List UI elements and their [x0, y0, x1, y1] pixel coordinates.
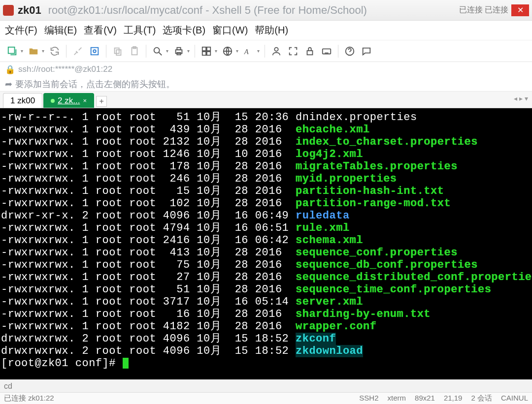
- window-buttons: ✕: [510, 4, 529, 16]
- menu-tab[interactable]: 选项卡(B): [163, 24, 205, 37]
- status-sessions: 2 会话: [471, 394, 492, 403]
- svg-point-2: [93, 50, 96, 53]
- lock-button[interactable]: [302, 44, 317, 59]
- menu-help[interactable]: 帮助(H): [255, 24, 288, 37]
- tab-label: 1 zk00: [10, 96, 35, 106]
- tab-zk00[interactable]: 1 zk00: [3, 93, 42, 108]
- properties-button[interactable]: [87, 44, 102, 59]
- dropdown-icon[interactable]: ▾: [236, 48, 238, 54]
- fullscreen-button[interactable]: [286, 44, 300, 59]
- status-term: xterm: [388, 394, 406, 403]
- svg-rect-18: [307, 51, 313, 55]
- toolbar: ▾ ▾ ▾ ▾ ▾ ▾ A▾: [0, 40, 532, 62]
- menu-bar: 文件(F) 编辑(E) 查看(V) 工具(T) 选项卡(B) 窗口(W) 帮助(…: [0, 21, 532, 40]
- tab-nav-icons[interactable]: ◂ ▸ ▾: [514, 94, 528, 102]
- svg-rect-9: [177, 47, 180, 50]
- print-button[interactable]: [171, 44, 186, 59]
- status-connection: 已连接 zk01:22: [4, 394, 54, 403]
- paste-button[interactable]: [127, 44, 142, 59]
- session-tabs: 1 zk00 2 zk... × + ◂ ▸ ▾: [0, 92, 532, 108]
- connection-status-text: 已连接 已连接: [459, 5, 508, 15]
- command-text: cd: [4, 382, 12, 391]
- user-button[interactable]: [269, 44, 284, 59]
- command-input-bar[interactable]: cd: [0, 379, 532, 392]
- dropdown-icon[interactable]: ▾: [215, 48, 217, 54]
- dropdown-icon[interactable]: ▾: [187, 48, 190, 54]
- svg-rect-0: [8, 47, 15, 53]
- window-title: root@zk01:/usr/local/mycat/conf - Xshell…: [48, 4, 459, 17]
- svg-text:A: A: [244, 47, 249, 55]
- globe-button[interactable]: [220, 44, 235, 59]
- title-bar: zk01 root@zk01:/usr/local/mycat/conf - X…: [0, 0, 532, 21]
- keyboard-button[interactable]: [319, 44, 334, 59]
- status-caps: CAINUL: [501, 394, 528, 403]
- tab-close-icon[interactable]: ×: [83, 97, 87, 104]
- svg-rect-12: [207, 47, 210, 50]
- svg-point-7: [154, 47, 160, 53]
- tile-button[interactable]: [199, 44, 214, 59]
- address-text[interactable]: ssh://root:******@zk01:22: [18, 64, 112, 74]
- search-button[interactable]: [150, 44, 165, 59]
- status-dot-icon: [51, 99, 55, 103]
- menu-window[interactable]: 窗口(W): [212, 24, 248, 37]
- address-bar: 🔒 ssh://root:******@zk01:22: [0, 62, 532, 77]
- lock-icon: 🔒: [5, 64, 15, 75]
- dropdown-icon[interactable]: ▾: [42, 48, 44, 54]
- reconnect-button[interactable]: [47, 44, 62, 59]
- copy-button[interactable]: [110, 44, 125, 59]
- svg-rect-1: [91, 47, 99, 55]
- arrow-icon: ➦: [5, 79, 12, 90]
- app-icon: [3, 5, 14, 16]
- status-bar: 已连接 zk01:22 SSH2 xterm 89x21 21,19 2 会话 …: [0, 392, 532, 404]
- status-protocol: SSH2: [359, 394, 378, 403]
- tab-zk01[interactable]: 2 zk... ×: [43, 93, 94, 108]
- open-button[interactable]: [26, 44, 41, 59]
- link-button[interactable]: [70, 44, 85, 59]
- svg-rect-14: [207, 51, 210, 55]
- dropdown-icon[interactable]: ▾: [21, 48, 23, 54]
- add-tab-button[interactable]: +: [96, 96, 107, 107]
- menu-file[interactable]: 文件(F): [5, 24, 37, 37]
- svg-rect-13: [202, 51, 206, 55]
- terminal[interactable]: -rw-r--r--. 1 root root 51 10月 15 20:36 …: [0, 108, 532, 379]
- menu-view[interactable]: 查看(V): [84, 24, 117, 37]
- close-button[interactable]: ✕: [511, 4, 529, 16]
- status-cursor: 21,19: [444, 394, 463, 403]
- menu-tools[interactable]: 工具(T): [124, 24, 156, 37]
- session-name: zk01: [18, 4, 41, 17]
- hint-bar: ➦ 要添加当前会话，点击左侧的箭头按钮。: [0, 77, 532, 92]
- dropdown-icon[interactable]: ▾: [166, 48, 168, 54]
- font-button[interactable]: A: [241, 44, 256, 59]
- menu-edit[interactable]: 编辑(E): [44, 24, 77, 37]
- status-size: 89x21: [415, 394, 435, 403]
- dropdown-icon[interactable]: ▾: [257, 48, 260, 54]
- svg-point-17: [274, 47, 278, 51]
- app-window: zk01 root@zk01:/usr/local/mycat/conf - X…: [0, 0, 532, 404]
- svg-rect-11: [202, 47, 206, 50]
- tab-label: 2 zk...: [58, 96, 80, 106]
- help-button[interactable]: [342, 44, 357, 59]
- new-session-button[interactable]: [5, 44, 20, 59]
- chat-button[interactable]: [359, 44, 374, 59]
- hint-text: 要添加当前会话，点击左侧的箭头按钮。: [15, 78, 175, 90]
